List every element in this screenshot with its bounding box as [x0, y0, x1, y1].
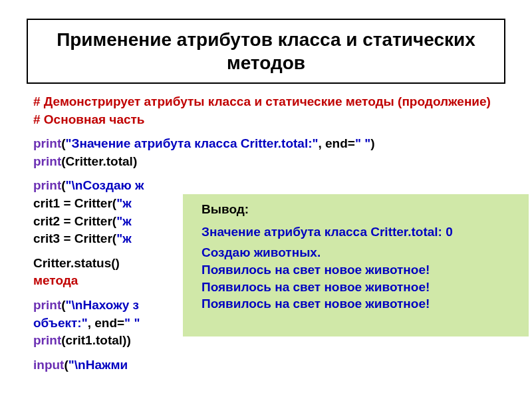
comment-line-2: # Основная часть [33, 111, 505, 129]
code-text: crit3 = Critter( [33, 231, 116, 245]
output-line: Создаю животных. [201, 244, 519, 261]
slide-title: Применение атрибутов класса и статически… [41, 28, 491, 74]
output-line: Появилось на свет новое животное! [201, 279, 519, 296]
paren: ) [370, 136, 374, 150]
output-line: Появилось на свет новое животное! [201, 295, 519, 313]
output-panel: Вывод: Значение атрибута класса Critter.… [183, 194, 529, 336]
output-line: Появилось на свет новое животное! [201, 261, 519, 279]
comment-line-1: # Демонстрирует атрибуты класса и статич… [33, 93, 505, 111]
kw-print: print [33, 178, 61, 192]
string: " " [124, 316, 140, 330]
end-kw: , end= [319, 136, 355, 150]
kw-print: print [33, 154, 61, 168]
code-text: crit1 = Critter( [33, 196, 116, 210]
kw-print: print [33, 298, 61, 312]
string: "\nНахожу з [66, 298, 139, 312]
string: "Значение атрибута класса Critter.total:… [66, 136, 319, 150]
string: "\nНажми [68, 358, 128, 372]
output-line: Значение атрибута класса Critter.total: … [201, 223, 519, 241]
string: "ж [116, 196, 131, 210]
string: " " [355, 136, 370, 150]
code-rest: (crit1.total)) [61, 333, 131, 347]
code-text: crit2 = Critter( [33, 214, 116, 228]
output-label: Вывод: [201, 201, 519, 218]
title-container: Применение атрибутов класса и статически… [27, 19, 505, 84]
end-kw: , end= [88, 316, 124, 330]
code-block-print1: print("Значение атрибута класса Critter.… [33, 135, 505, 170]
string: объект:" [33, 316, 88, 330]
string: "\nСоздаю ж [66, 178, 144, 192]
kw-print: print [33, 333, 61, 347]
code-comment-block: # Демонстрирует атрибуты класса и статич… [33, 93, 505, 128]
code-rest: (Critter.total) [61, 154, 137, 168]
string: "ж [116, 214, 131, 228]
string: "ж [116, 231, 131, 245]
code-block-input: input("\nНажми [33, 356, 505, 374]
kw-input: input [33, 358, 64, 372]
kw-print: print [33, 136, 61, 150]
